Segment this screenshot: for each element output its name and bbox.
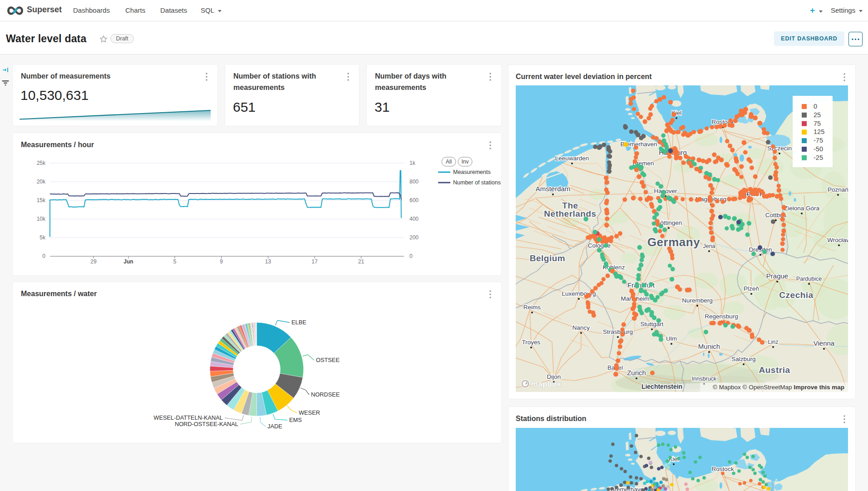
svg-text:Innsbruck: Innsbruck [692,376,717,382]
svg-text:Poznań: Poznań [828,186,848,193]
svg-text:-75: -75 [814,137,823,144]
svg-text:Nancy: Nancy [572,324,590,331]
svg-text:29: 29 [90,258,97,265]
svg-text:NORDSEE: NORDSEE [311,391,340,398]
svg-text:Austria: Austria [759,365,790,375]
svg-text:Number of stations: Number of stations [453,179,501,186]
svg-text:Jun: Jun [123,258,133,265]
svg-text:17: 17 [311,258,318,265]
svg-text:JADE: JADE [267,423,282,430]
svg-text:Nuremberg: Nuremberg [682,297,713,304]
svg-text:600: 600 [409,197,419,203]
svg-text:Reims: Reims [523,304,541,311]
svg-text:Belgium: Belgium [530,253,565,263]
svg-text:Plzeň: Plzeň [744,285,759,292]
svg-text:EMS: EMS [289,417,302,423]
svg-text:13: 13 [265,258,271,265]
svg-text:200: 200 [409,234,419,241]
svg-text:1k: 1k [409,160,416,166]
svg-text:Leeuwarden: Leeuwarden [555,155,589,162]
svg-text:25k: 25k [37,160,46,166]
svg-text:Strasbourg: Strasbourg [603,328,633,335]
svg-text:mapbox: mapbox [531,380,562,388]
svg-text:Inv: Inv [461,159,469,165]
svg-text:Germany: Germany [647,235,700,249]
svg-text:Jena: Jena [703,243,715,249]
svg-text:Ulm: Ulm [666,335,677,342]
svg-text:Netherlands: Netherlands [544,209,596,218]
svg-text:Czechia: Czechia [779,290,813,300]
svg-text:Zielona Góra: Zielona Góra [784,205,820,212]
svg-text:800: 800 [409,179,419,185]
svg-text:Szczecin: Szczecin [767,145,792,152]
svg-text:© Mapbox © OpenStreetMap Impro: © Mapbox © OpenStreetMap Improve this ma… [713,384,844,391]
svg-text:Liechtenstein: Liechtenstein [641,383,682,390]
svg-text:20k: 20k [37,179,46,185]
svg-text:25: 25 [814,111,821,119]
svg-text:Zurich: Zurich [627,369,646,377]
svg-text:Prague: Prague [766,272,788,280]
svg-text:-25: -25 [814,154,823,161]
svg-text:125: 125 [814,128,824,135]
svg-text:ELBE: ELBE [291,319,306,326]
svg-text:0: 0 [42,253,45,259]
svg-text:OSTSEE: OSTSEE [316,357,340,363]
svg-text:Amsterdam: Amsterdam [536,185,571,193]
svg-text:WESEL-DATTELN-KANAL: WESEL-DATTELN-KANAL [153,414,223,421]
svg-text:21: 21 [358,258,365,265]
svg-text:9: 9 [220,258,223,265]
svg-text:Wrocław: Wrocław [827,237,848,243]
svg-text:-50: -50 [814,145,823,153]
svg-text:5: 5 [173,258,177,265]
svg-text:400: 400 [409,216,419,222]
svg-text:75: 75 [814,120,821,127]
svg-text:10k: 10k [37,216,46,222]
svg-text:All: All [446,159,452,165]
svg-text:Linz: Linz [768,339,779,345]
svg-text:NORD-OSTSEE-KANAL: NORD-OSTSEE-KANAL [175,421,238,427]
svg-text:Pardubice: Pardubice [796,276,822,282]
svg-text:5k: 5k [39,234,46,241]
svg-text:Regensburg: Regensburg [705,313,738,320]
svg-text:Troyes: Troyes [522,339,541,346]
svg-text:Dijon: Dijon [547,373,561,380]
svg-text:0: 0 [814,103,817,110]
svg-text:15k: 15k [37,197,46,203]
svg-text:Rostock: Rostock [712,466,734,472]
svg-text:0: 0 [409,253,413,259]
svg-text:Measurements: Measurements [453,169,491,175]
svg-text:Salzburg: Salzburg [731,356,755,362]
svg-text:Vienna: Vienna [814,339,835,347]
svg-text:WESER: WESER [299,409,320,416]
svg-text:Munich: Munich [698,342,720,350]
